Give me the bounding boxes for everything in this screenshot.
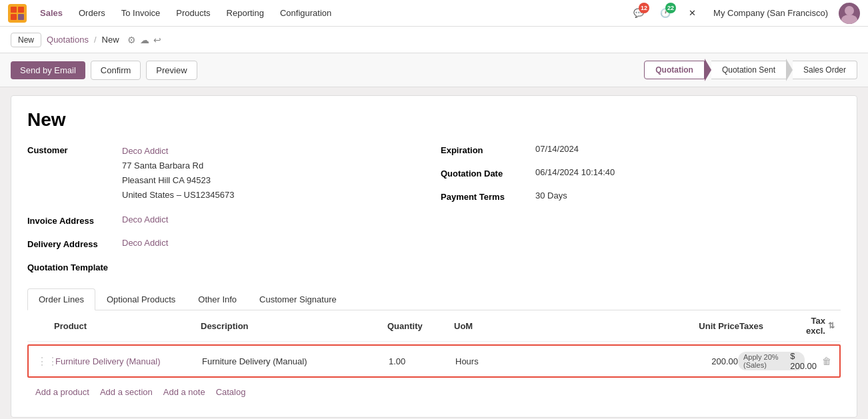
- form-title: New: [27, 109, 841, 131]
- payment-terms-label: Payment Terms: [441, 191, 527, 202]
- send-email-button[interactable]: Send by Email: [11, 61, 85, 79]
- status-quotation-sent[interactable]: Quotation Sent: [711, 61, 786, 79]
- expiration-label: Expiration: [441, 144, 527, 155]
- delivery-address-field: Delivery Address Deco Addict: [27, 238, 427, 249]
- main-content: New Customer Deco Addict 77 Santa Barbar…: [0, 87, 868, 419]
- col-taxes: Taxes: [739, 321, 806, 331]
- nav-sales[interactable]: Sales: [32, 0, 71, 27]
- tab-optional-products[interactable]: Optional Products: [95, 288, 187, 310]
- customer-label: Customer: [27, 144, 114, 155]
- quotation-date-label: Quotation Date: [441, 167, 527, 179]
- col-description: Description: [201, 321, 387, 331]
- expiration-field: Expiration 07/14/2024: [441, 144, 841, 155]
- activity-badge: 22: [665, 3, 676, 13]
- user-avatar[interactable]: [839, 3, 860, 24]
- breadcrumb-sep: /: [94, 35, 97, 45]
- quotation-date-field: Quotation Date 06/14/2024 10:14:40: [441, 167, 841, 179]
- payment-terms-field: Payment Terms 30 Days: [441, 191, 841, 202]
- cell-product[interactable]: Furniture Delivery (Manual): [55, 356, 202, 366]
- table-row: ⋮⋮ Furniture Delivery (Manual) Furniture…: [27, 344, 841, 378]
- nav-orders[interactable]: Orders: [71, 0, 113, 27]
- svg-rect-1: [11, 7, 17, 13]
- breadcrumb-icons: ⚙ ☁ ↩: [127, 35, 161, 45]
- activity-button[interactable]: 🕐 22: [655, 3, 676, 24]
- tabs-container: Order Lines Optional Products Other Info…: [27, 288, 841, 310]
- status-steps: Quotation Quotation Sent Sales Order: [644, 59, 857, 81]
- order-lines-table: Product Description Quantity UoM Unit Pr…: [27, 310, 841, 378]
- tab-other-info[interactable]: Other Info: [187, 288, 248, 310]
- table-header: Product Description Quantity UoM Unit Pr…: [27, 310, 841, 342]
- status-arrow-1: [705, 59, 711, 81]
- nav-configuration[interactable]: Configuration: [272, 0, 339, 27]
- catalog-link[interactable]: Catalog: [216, 387, 246, 397]
- form-left: Customer Deco Addict 77 Santa Barbara Rd…: [27, 144, 427, 278]
- form-body: Customer Deco Addict 77 Santa Barbara Rd…: [27, 144, 841, 278]
- notifications-badge: 12: [639, 3, 649, 13]
- cell-description[interactable]: Furniture Delivery (Manual): [202, 356, 389, 366]
- tabs: Order Lines Optional Products Other Info…: [27, 288, 841, 310]
- delivery-address-label: Delivery Address: [27, 238, 114, 249]
- form-card: New Customer Deco Addict 77 Santa Barbar…: [11, 95, 857, 418]
- cloud-save-icon[interactable]: ☁: [140, 35, 149, 45]
- drag-handle[interactable]: ⋮⋮: [37, 355, 55, 368]
- svg-point-6: [841, 15, 857, 24]
- status-sales-order[interactable]: Sales Order: [793, 61, 857, 79]
- company-name: My Company (San Francisco): [713, 8, 828, 18]
- add-product-link[interactable]: Add a product: [35, 387, 89, 397]
- invoice-address-label: Invoice Address: [27, 214, 114, 226]
- delivery-address-value[interactable]: Deco Addict: [122, 238, 168, 248]
- nav-reporting[interactable]: Reporting: [219, 0, 272, 27]
- payment-terms-value[interactable]: 30 Days: [535, 191, 567, 201]
- form-right: Expiration 07/14/2024 Quotation Date 06/…: [441, 144, 841, 278]
- quotation-date-value[interactable]: 06/14/2024 10:14:40: [535, 167, 615, 177]
- quotation-template-field: Quotation Template: [27, 261, 427, 272]
- col-quantity: Quantity: [387, 321, 454, 331]
- add-note-link[interactable]: Add a note: [163, 387, 205, 397]
- tab-customer-signature[interactable]: Customer Signature: [248, 288, 348, 310]
- invoice-address-field: Invoice Address Deco Addict: [27, 214, 427, 226]
- notifications-button[interactable]: 💬 12: [628, 3, 649, 24]
- breadcrumb-current: New: [102, 35, 119, 45]
- expiration-value[interactable]: 07/14/2024: [535, 144, 579, 154]
- delete-icon[interactable]: 🗑: [822, 356, 831, 366]
- col-tax-excl: Tax excl. ⇅: [806, 316, 833, 336]
- topnav-right: 💬 12 🕐 22 ✕ My Company (San Francisco): [628, 3, 860, 24]
- breadcrumb-bar: New Quotations / New ⚙ ☁ ↩: [0, 27, 868, 53]
- add-links: Add a product Add a section Add a note C…: [27, 380, 841, 404]
- svg-rect-3: [11, 14, 17, 20]
- quotation-template-label: Quotation Template: [27, 261, 114, 272]
- col-uom: UoM: [454, 321, 507, 331]
- settings-icon[interactable]: ✕: [681, 3, 703, 24]
- new-button[interactable]: New: [11, 33, 41, 47]
- svg-rect-4: [18, 14, 24, 20]
- status-quotation[interactable]: Quotation: [644, 61, 705, 79]
- svg-rect-2: [18, 7, 24, 13]
- app-logo: [8, 4, 27, 23]
- breadcrumb-parent[interactable]: Quotations: [47, 35, 89, 45]
- svg-rect-0: [8, 4, 27, 23]
- nav-products[interactable]: Products: [168, 0, 218, 27]
- status-arrow-2: [786, 59, 793, 81]
- nav-menu: Sales Orders To Invoice Products Reporti…: [32, 0, 339, 27]
- tax-excl-value[interactable]: $ 200.00: [790, 351, 817, 371]
- customer-field: Customer Deco Addict 77 Santa Barbara Rd…: [27, 144, 427, 203]
- preview-button[interactable]: Preview: [146, 61, 197, 80]
- col-product: Product: [54, 321, 201, 331]
- customer-value[interactable]: Deco Addict 77 Santa Barbara Rd Pleasant…: [122, 144, 234, 203]
- invoice-address-value[interactable]: Deco Addict: [122, 214, 168, 224]
- cell-quantity[interactable]: 1.00: [389, 356, 455, 366]
- cell-uom[interactable]: Hours: [455, 356, 509, 366]
- confirm-button[interactable]: Confirm: [91, 61, 141, 80]
- sort-icon[interactable]: ⇅: [828, 321, 835, 330]
- svg-point-5: [845, 6, 854, 15]
- tab-order-lines[interactable]: Order Lines: [27, 288, 95, 310]
- add-section-link[interactable]: Add a section: [100, 387, 153, 397]
- undo-icon[interactable]: ↩: [153, 35, 161, 45]
- top-nav: Sales Orders To Invoice Products Reporti…: [0, 0, 868, 27]
- nav-to-invoice[interactable]: To Invoice: [113, 0, 169, 27]
- action-bar: Send by Email Confirm Preview Quotation …: [0, 53, 868, 87]
- col-unit-price: Unit Price: [659, 321, 739, 331]
- cell-tax-excl: $ 200.00 🗑: [805, 351, 831, 371]
- cell-unit-price[interactable]: 200.00: [658, 356, 738, 366]
- settings-cog-icon[interactable]: ⚙: [127, 35, 136, 45]
